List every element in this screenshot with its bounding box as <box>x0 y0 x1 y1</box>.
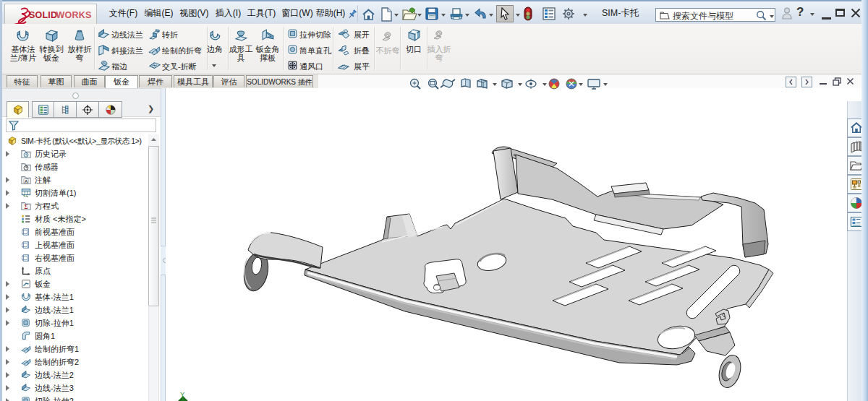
svg-text:SOLID: SOLID <box>29 10 57 20</box>
svg-text:A: A <box>25 178 28 184</box>
svg-text:Σ: Σ <box>24 204 27 210</box>
svg-text:WORKS: WORKS <box>56 10 92 20</box>
